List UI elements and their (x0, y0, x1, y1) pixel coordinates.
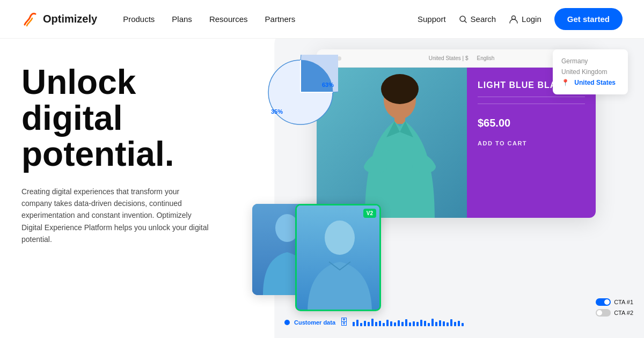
navbar: Optimizely Products Plans Resources Part… (0, 0, 644, 39)
search-label: Search (471, 14, 496, 24)
location-label-germany: Germany (561, 57, 588, 65)
bar-14 (401, 322, 404, 326)
data-bar: Customer data 🗄 (284, 318, 612, 327)
get-started-button[interactable]: Get started (554, 8, 623, 30)
bar-26 (447, 322, 449, 326)
cta-toggle-2[interactable]: CTA #2 (596, 309, 633, 317)
pie-chart (263, 55, 338, 130)
hero-title-line2: digital (21, 99, 122, 137)
toggle-switch-1[interactable] (596, 298, 611, 306)
location-label-us: United States (574, 79, 616, 86)
bar-18 (416, 322, 419, 326)
bar-6 (371, 319, 374, 326)
data-dot (284, 320, 290, 325)
bar-20 (424, 321, 426, 326)
svg-point-14 (381, 74, 419, 104)
bar-25 (443, 321, 445, 326)
bar-10 (386, 320, 389, 326)
bar-17 (413, 321, 415, 326)
hero-right: Germany United Kingdom 📍 United States (231, 39, 644, 338)
browser-bar-content: United States | $ English (429, 55, 495, 61)
browser-language: English (477, 55, 494, 61)
pie-label-63: 63% (322, 82, 334, 88)
hero-title-line1: Unlock (21, 63, 136, 101)
bar-21 (428, 323, 430, 326)
data-label: Customer data (294, 319, 335, 326)
nav-right: Support Search Login Get started (418, 8, 623, 30)
bar-27 (450, 319, 452, 326)
v2-badge: V2 (363, 209, 376, 218)
support-link[interactable]: Support (418, 14, 446, 24)
svg-point-9 (325, 221, 355, 255)
product-divider-2 (478, 104, 585, 104)
location-item-uk[interactable]: United Kingdom (561, 67, 619, 77)
nav-plans[interactable]: Plans (172, 14, 192, 24)
bar-8 (379, 321, 381, 326)
nav-partners[interactable]: Partners (265, 14, 296, 24)
pie-label-35: 35% (271, 108, 283, 115)
main-content: Unlock digital potential. Creating digit… (0, 39, 644, 338)
bar-29 (458, 321, 460, 326)
logo[interactable]: Optimizely (21, 11, 97, 28)
cta-toggle-1-label: CTA #1 (614, 299, 633, 305)
bar-19 (420, 320, 422, 326)
brand-name: Optimizely (43, 13, 97, 25)
bar-11 (390, 321, 392, 326)
bar-13 (398, 320, 400, 326)
cta-toggles: CTA #1 CTA #2 (596, 298, 633, 317)
search-icon (459, 15, 467, 24)
data-bars (353, 319, 612, 326)
search-button[interactable]: Search (459, 14, 496, 24)
product-divider (478, 97, 585, 97)
login-label: Login (522, 14, 541, 24)
ab-card-v2: V2 (295, 204, 381, 311)
bar-2 (356, 320, 358, 326)
toggle-switch-2[interactable] (596, 309, 611, 317)
location-label-uk: United Kingdom (561, 68, 607, 76)
svg-point-17 (412, 160, 436, 173)
login-button[interactable]: Login (509, 14, 541, 24)
location-item-germany[interactable]: Germany (561, 56, 619, 67)
logo-icon (21, 11, 39, 28)
bar-1 (353, 322, 355, 326)
svg-rect-15 (394, 113, 405, 124)
hero-title-line3: potential. (21, 135, 174, 173)
bar-24 (439, 320, 441, 326)
product-price: $65.00 (478, 117, 585, 129)
location-dropdown: Germany United Kingdom 📍 United States (553, 49, 628, 94)
v2-image (297, 205, 379, 310)
bar-4 (364, 321, 366, 326)
browser-locale: United States | $ (429, 55, 469, 61)
bar-22 (431, 319, 434, 326)
bar-3 (360, 323, 362, 326)
hero-left: Unlock digital potential. Creating digit… (0, 39, 231, 338)
product-image-area (317, 68, 467, 218)
nav-products[interactable]: Products (123, 14, 155, 24)
bar-9 (383, 323, 385, 326)
bar-7 (375, 322, 377, 326)
bar-16 (409, 322, 411, 326)
svg-point-16 (364, 160, 387, 173)
cta-toggle-1[interactable]: CTA #1 (596, 298, 633, 306)
cta-toggle-2-label: CTA #2 (614, 310, 633, 316)
nav-links: Products Plans Resources Partners (123, 14, 418, 24)
bar-28 (454, 322, 456, 326)
database-icon: 🗄 (340, 318, 348, 327)
svg-line-1 (464, 20, 466, 23)
add-to-cart-button[interactable]: ADD TO CART (478, 140, 585, 146)
location-item-us[interactable]: 📍 United States (561, 77, 619, 88)
product-image (317, 68, 467, 218)
bar-12 (394, 322, 396, 326)
user-icon (509, 14, 518, 24)
location-pin-icon: 📍 (561, 79, 569, 86)
nav-resources[interactable]: Resources (209, 14, 248, 24)
bar-23 (435, 322, 437, 326)
bar-15 (405, 319, 407, 326)
bar-30 (462, 323, 464, 326)
hero-title: Unlock digital potential. (21, 64, 209, 173)
bar-5 (368, 322, 370, 326)
hero-description: Creating digital experiences that transf… (21, 186, 209, 246)
